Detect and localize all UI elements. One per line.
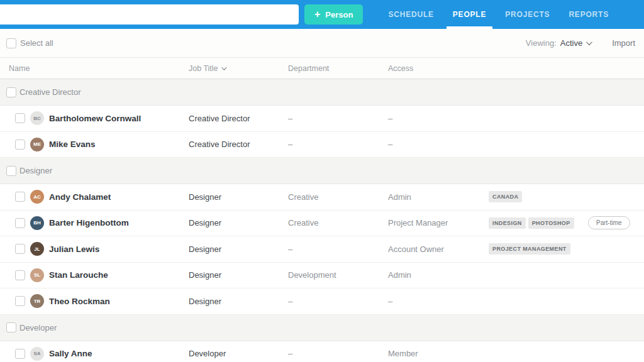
group-checkbox[interactable] xyxy=(6,166,16,176)
table-row[interactable]: BHBarter HigenbottomDesignerCreativeProj… xyxy=(0,211,644,237)
job-title-cell: Designer xyxy=(189,218,288,228)
row-checkbox[interactable] xyxy=(15,218,25,228)
job-title-cell: Creative Director xyxy=(189,140,288,149)
avatar: JL xyxy=(30,242,44,256)
avatar: ME xyxy=(30,138,44,151)
chevron-down-icon xyxy=(586,39,592,45)
job-title-cell: Designer xyxy=(189,244,288,254)
person-name: Sally Anne xyxy=(49,349,92,358)
column-header-name[interactable]: Name xyxy=(0,64,189,73)
job-title-cell: Developer xyxy=(189,349,288,358)
import-button[interactable]: Import xyxy=(612,38,635,48)
table-header: Name Job Title Department Access xyxy=(0,58,644,79)
search-input[interactable] xyxy=(0,4,299,25)
name-cell: SLStan Larouche xyxy=(0,268,189,282)
group-label: Creative Director xyxy=(19,87,81,97)
tab-schedule[interactable]: SCHEDULE xyxy=(388,0,433,29)
tab-reports[interactable]: REPORTS xyxy=(569,0,609,29)
column-header-job-title[interactable]: Job Title xyxy=(189,64,225,73)
group-header-row: Developer xyxy=(0,315,644,341)
part-time-badge: Part-time xyxy=(588,216,630,229)
department-cell: – xyxy=(288,349,388,358)
group-label: Designer xyxy=(19,166,52,175)
name-cell: BCBartholomew Cornwall xyxy=(0,111,189,125)
add-person-button[interactable]: + Person xyxy=(304,4,363,25)
job-title-cell: Designer xyxy=(189,192,288,202)
avatar: TR xyxy=(30,294,44,308)
department-cell: Creative xyxy=(288,192,388,202)
access-cell: Admin xyxy=(388,192,489,202)
access-cell: Admin xyxy=(388,270,489,280)
person-name: Barter Higenbottom xyxy=(49,218,129,228)
person-name: Andy Chalamet xyxy=(49,192,111,202)
row-checkbox[interactable] xyxy=(15,113,25,123)
column-header-department[interactable]: Department xyxy=(288,64,388,73)
person-name: Stan Larouche xyxy=(49,270,108,280)
toolbar: Select all Viewing: Active Import xyxy=(0,29,644,58)
table-row[interactable]: JLJulian LewisDesigner–Account OwnerPROJ… xyxy=(0,236,644,263)
access-cell: Account Owner xyxy=(388,244,489,254)
avatar: BH xyxy=(30,216,44,230)
tab-projects[interactable]: PROJECTS xyxy=(505,0,550,29)
person-name: Bartholomew Cornwall xyxy=(49,114,141,123)
table-row[interactable]: ACAndy ChalametDesignerCreativeAdminCANA… xyxy=(0,184,644,211)
tag: PROJECT MANAGEMENT xyxy=(489,243,570,255)
name-cell: TRTheo Rockman xyxy=(0,294,189,308)
column-header-access[interactable]: Access xyxy=(388,64,489,73)
name-cell: BHBarter Higenbottom xyxy=(0,216,189,230)
avatar: AC xyxy=(30,190,44,204)
table-row[interactable]: SASally AnneDeveloper–Member xyxy=(0,341,644,362)
table-row[interactable]: BCBartholomew CornwallCreative Director–… xyxy=(0,106,644,132)
table-row[interactable]: SLStan LaroucheDesignerDevelopmentAdmin xyxy=(0,263,644,289)
job-title-cell: Designer xyxy=(189,297,288,306)
plus-icon: + xyxy=(314,9,320,19)
access-cell: Member xyxy=(388,349,489,358)
tag: PHOTOSHOP xyxy=(528,217,574,229)
tag: INDESIGN xyxy=(489,217,526,229)
access-cell: – xyxy=(388,140,489,149)
row-checkbox[interactable] xyxy=(15,192,25,202)
people-list: Creative DirectorBCBartholomew CornwallC… xyxy=(0,79,644,362)
viewing-value: Active xyxy=(560,38,582,48)
tags-cell: INDESIGNPHOTOSHOP xyxy=(489,217,588,229)
group-checkbox[interactable] xyxy=(6,322,16,332)
table-row[interactable]: TRTheo RockmanDesigner–– xyxy=(0,288,644,315)
department-cell: – xyxy=(288,114,388,123)
tab-people[interactable]: PEOPLE xyxy=(453,0,486,29)
group-label: Developer xyxy=(19,323,57,332)
avatar: SL xyxy=(30,268,44,282)
group-header-row: Creative Director xyxy=(0,79,644,106)
tags-cell: PROJECT MANAGEMENT xyxy=(489,243,588,255)
access-cell: – xyxy=(388,297,489,306)
sort-chevron-down-icon xyxy=(221,65,226,70)
person-name: Mike Evans xyxy=(49,140,96,149)
app-header: + Person SCHEDULE PEOPLE PROJECTS REPORT… xyxy=(0,0,644,29)
group-header-row: Designer xyxy=(0,158,644,184)
group-checkbox[interactable] xyxy=(6,87,16,97)
job-title-cell: Creative Director xyxy=(189,114,288,123)
viewing-filter-dropdown[interactable]: Viewing: Active xyxy=(526,38,591,48)
name-cell: SASally Anne xyxy=(0,347,189,361)
row-checkbox[interactable] xyxy=(15,296,25,306)
department-cell: Development xyxy=(288,270,388,280)
job-title-cell: Designer xyxy=(189,270,288,280)
tag: CANADA xyxy=(489,191,522,202)
department-cell: Creative xyxy=(288,218,388,228)
avatar: SA xyxy=(30,347,44,361)
row-checkbox[interactable] xyxy=(15,270,25,280)
row-checkbox[interactable] xyxy=(15,244,25,254)
select-all-checkbox[interactable] xyxy=(6,38,16,48)
select-all-label: Select all xyxy=(20,38,53,48)
table-row[interactable]: MEMike EvansCreative Director–– xyxy=(0,132,644,158)
add-person-label: Person xyxy=(325,10,353,19)
nav-tabs: SCHEDULE PEOPLE PROJECTS REPORTS xyxy=(388,0,609,29)
department-cell: – xyxy=(288,140,388,149)
row-checkbox[interactable] xyxy=(15,140,25,150)
department-cell: – xyxy=(288,244,388,254)
row-checkbox[interactable] xyxy=(15,349,25,359)
toolbar-right: Viewing: Active Import xyxy=(526,38,635,48)
viewing-label: Viewing: xyxy=(526,38,557,48)
avatar: BC xyxy=(30,111,44,125)
person-name: Julian Lewis xyxy=(49,244,99,254)
access-cell: – xyxy=(388,114,489,123)
